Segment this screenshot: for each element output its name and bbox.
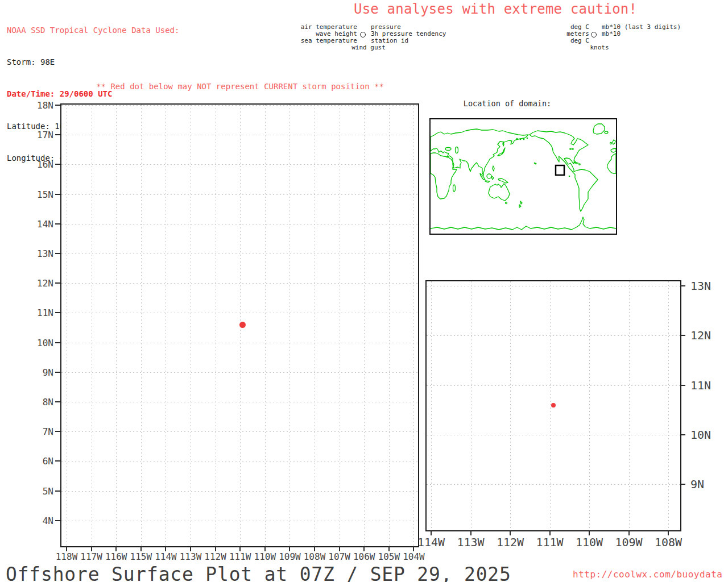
y-axis-tick bbox=[55, 520, 60, 521]
y-axis-tick bbox=[55, 460, 60, 462]
gridline-horizontal bbox=[61, 431, 418, 432]
x-axis-tick bbox=[470, 530, 471, 535]
y-tick-label: 4N bbox=[26, 516, 53, 526]
storm-position-dot bbox=[551, 403, 556, 408]
gridline-vertical bbox=[413, 105, 414, 546]
y-tick-label: 13N bbox=[690, 279, 727, 293]
gridline-vertical bbox=[141, 105, 142, 546]
gridline-vertical bbox=[116, 105, 117, 546]
y-axis-tick bbox=[55, 312, 60, 313]
y-tick-label: 17N bbox=[26, 130, 53, 140]
y-axis-tick bbox=[55, 401, 60, 402]
galapagos bbox=[569, 176, 569, 176]
madagascar bbox=[453, 185, 456, 192]
gridline-vertical bbox=[191, 105, 191, 546]
x-tick-label: 114W bbox=[411, 535, 452, 549]
x-axis-tick bbox=[668, 530, 669, 535]
y-axis-tick bbox=[55, 372, 60, 373]
gridline-horizontal bbox=[61, 372, 418, 373]
x-axis-tick bbox=[115, 546, 117, 551]
gridline-horizontal bbox=[61, 461, 418, 462]
gridline-horizontal bbox=[427, 484, 680, 485]
gridline-horizontal bbox=[427, 385, 680, 386]
gridline-horizontal bbox=[61, 313, 418, 313]
ireland bbox=[610, 143, 612, 144]
black-sea bbox=[445, 148, 451, 151]
gridline-vertical bbox=[668, 281, 669, 530]
gridline-vertical bbox=[289, 105, 290, 546]
buoy-surface-plot-page: NOAA SSD Tropical Cyclone Data Used: Sto… bbox=[0, 0, 728, 582]
gridline-horizontal bbox=[61, 164, 418, 165]
java bbox=[485, 181, 490, 182]
y-tick-label: 8N bbox=[26, 397, 53, 408]
y-axis-tick bbox=[55, 253, 60, 254]
great-lake-2 bbox=[572, 148, 573, 149]
gridline-vertical bbox=[265, 105, 266, 546]
x-tick-label: 112W bbox=[490, 535, 531, 549]
sakhalin bbox=[503, 142, 504, 146]
zoomed-domain-plot: 114W113W112W111W110W109W108W13N12N11N10N… bbox=[425, 280, 681, 531]
hispaniola bbox=[579, 164, 580, 165]
tasmania bbox=[506, 202, 507, 204]
great-lake-1 bbox=[570, 148, 571, 149]
gridline-horizontal bbox=[427, 435, 680, 435]
eurasia-outline bbox=[431, 129, 528, 176]
x-axis-tick bbox=[239, 546, 241, 551]
gridline-horizontal bbox=[427, 286, 680, 286]
y-axis-tick bbox=[680, 434, 685, 435]
new-zealand bbox=[519, 201, 522, 207]
storm-position-dot bbox=[239, 322, 246, 328]
x-tick-label: 108W bbox=[648, 535, 689, 549]
y-tick-label: 14N bbox=[26, 219, 53, 230]
y-tick-label: 13N bbox=[26, 248, 53, 259]
gridline-horizontal bbox=[61, 283, 418, 284]
tc-data-source-line: NOAA SSD Tropical Cyclone Data Used: bbox=[7, 25, 179, 36]
iberia-wrap bbox=[611, 148, 616, 152]
x-axis-tick bbox=[264, 546, 266, 551]
y-tick-label: 9N bbox=[26, 367, 53, 378]
hawaii-1 bbox=[535, 163, 536, 164]
y-tick-label: 11N bbox=[26, 307, 53, 318]
britain bbox=[613, 140, 615, 144]
borneo bbox=[487, 174, 491, 178]
x-axis-tick bbox=[140, 546, 142, 551]
x-axis-tick bbox=[190, 546, 191, 551]
y-axis-tick bbox=[55, 164, 60, 165]
gridline-horizontal bbox=[61, 343, 418, 343]
x-axis-tick bbox=[589, 530, 590, 535]
y-axis-tick bbox=[55, 431, 60, 432]
x-axis-tick bbox=[165, 546, 166, 551]
y-tick-label: 10N bbox=[26, 338, 53, 348]
gridline-horizontal bbox=[61, 521, 418, 521]
gridline-vertical bbox=[550, 281, 551, 530]
japan bbox=[498, 148, 505, 156]
gridline-vertical bbox=[510, 281, 511, 530]
y-tick-label: 10N bbox=[690, 428, 727, 442]
x-axis-tick bbox=[66, 546, 67, 551]
x-axis-tick bbox=[314, 546, 315, 551]
gridline-vertical bbox=[471, 281, 471, 530]
y-tick-label: 18N bbox=[26, 100, 53, 111]
x-tick-label: 110W bbox=[569, 535, 610, 549]
gridline-vertical bbox=[589, 281, 590, 530]
x-tick-label: 113W bbox=[450, 535, 491, 549]
gridline-vertical bbox=[315, 105, 315, 546]
buoydata-link[interactable]: http://coolwx.com/buoydata bbox=[573, 569, 722, 580]
x-tick-label: 104W bbox=[393, 551, 434, 562]
gridline-horizontal bbox=[427, 335, 680, 336]
y-axis-tick bbox=[55, 194, 60, 195]
gridline-vertical bbox=[340, 105, 340, 546]
units-legend-deg-c-sea: deg C bbox=[475, 38, 589, 44]
gridline-vertical bbox=[389, 105, 390, 546]
units-legend-mb10: mb*10 bbox=[602, 31, 621, 38]
x-axis-tick bbox=[91, 546, 92, 551]
y-axis-tick bbox=[680, 285, 685, 286]
y-tick-label: 15N bbox=[26, 189, 53, 200]
y-tick-label: 16N bbox=[26, 159, 53, 170]
sulawesi bbox=[491, 176, 494, 180]
y-axis-tick bbox=[55, 282, 60, 284]
x-axis-tick bbox=[388, 546, 390, 551]
x-axis-tick bbox=[510, 530, 511, 535]
gridline-horizontal bbox=[61, 253, 418, 254]
station-legend-sea-temperature: sea temperature bbox=[228, 38, 357, 44]
